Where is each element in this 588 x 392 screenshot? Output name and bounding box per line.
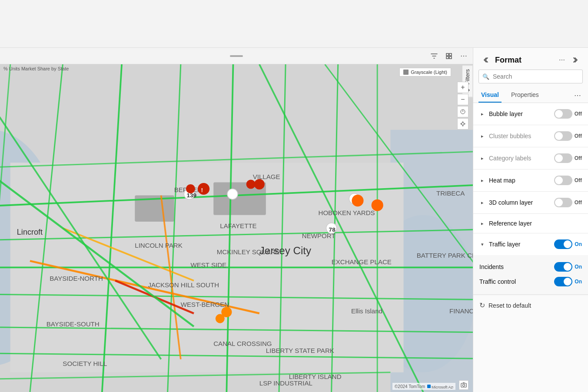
section-heat-map-header[interactable]: ▸ Heat map Off xyxy=(473,169,588,191)
reset-section[interactable]: ↻ Reset to default xyxy=(473,295,588,316)
zoom-controls: + − xyxy=(457,82,468,130)
section-bubble-layer-header[interactable]: ▸ Bubble layer Off xyxy=(473,103,588,125)
incidents-toggle-switch[interactable] xyxy=(554,262,572,272)
incidents-toggle-label: On xyxy=(575,264,582,270)
svg-point-79 xyxy=(352,195,363,206)
svg-text:WEST-BERGEN: WEST-BERGEN xyxy=(181,301,229,308)
section-heat-map-title: Heat map xyxy=(489,177,554,184)
3d-column-toggle-switch[interactable] xyxy=(554,198,572,207)
svg-text:Ellis Island: Ellis Island xyxy=(351,307,382,315)
svg-text:SOCIETY HILL: SOCIETY HILL xyxy=(63,360,107,367)
svg-point-7 xyxy=(462,123,464,125)
svg-point-77 xyxy=(254,179,265,189)
copyright-text: ©2024 TomTom xyxy=(395,384,425,389)
panel-tabs: Visual Properties ⋯ xyxy=(473,88,588,103)
search-input[interactable] xyxy=(478,70,583,83)
svg-point-82 xyxy=(216,314,225,323)
svg-rect-84 xyxy=(427,385,431,388)
tabs-more-icon[interactable]: ⋯ xyxy=(572,90,583,101)
traffic-control-label: Traffic control xyxy=(479,278,554,285)
svg-text:BAYSIDE-SOUTH: BAYSIDE-SOUTH xyxy=(47,320,100,328)
svg-point-80 xyxy=(372,199,383,211)
svg-rect-86 xyxy=(461,383,466,387)
svg-rect-0 xyxy=(446,53,448,56)
category-labels-toggle[interactable]: Off xyxy=(554,153,582,163)
chevron-right-icon-3: ▸ xyxy=(479,156,485,161)
panel-more-icon[interactable]: ⋯ xyxy=(556,54,568,66)
drag-handle[interactable] xyxy=(230,55,243,57)
section-reference-layer: ▸ Reference layer xyxy=(473,214,588,233)
section-3d-column-layer: ▸ 3D column layer Off xyxy=(473,192,588,214)
section-3d-column-layer-header[interactable]: ▸ 3D column layer Off xyxy=(473,192,588,213)
category-labels-toggle-switch[interactable] xyxy=(554,153,572,163)
svg-text:FINANCIAL DISTRICT: FINANCIAL DISTRICT xyxy=(449,307,473,315)
svg-text:WEST SIDE: WEST SIDE xyxy=(190,261,226,269)
section-reference-layer-title: Reference layer xyxy=(489,220,582,227)
heat-map-toggle[interactable]: Off xyxy=(554,176,582,185)
map-toolbar: ⋯ xyxy=(0,48,473,64)
location-button[interactable] xyxy=(457,118,468,130)
reset-icon: ↻ xyxy=(479,301,485,309)
traffic-control-toggle-label: On xyxy=(575,279,582,285)
chevron-right-icon-6: ▸ xyxy=(479,221,485,226)
chevron-right-icon-5: ▸ xyxy=(479,200,485,206)
traffic-control-row: Traffic control On xyxy=(479,274,582,289)
svg-text:BAYSIDE-NORTH: BAYSIDE-NORTH xyxy=(50,275,103,282)
collapse-left-icon[interactable] xyxy=(479,54,492,66)
category-labels-toggle-label: Off xyxy=(575,155,582,161)
zoom-in-button[interactable]: + xyxy=(457,82,468,93)
cluster-bubbles-toggle[interactable]: Off xyxy=(554,131,582,141)
map-visual: Grayscale (Light) + − xyxy=(0,64,473,392)
chevron-right-icon: ▸ xyxy=(479,111,485,117)
section-cluster-bubbles-header[interactable]: ▸ Cluster bubbles Off xyxy=(473,125,588,147)
map-container: ⋯ % Units Market Share by State Filters … xyxy=(0,48,473,392)
search-icon: 🔍 xyxy=(482,73,489,80)
svg-text:VILLAGE: VILLAGE xyxy=(253,173,280,180)
filter-icon[interactable] xyxy=(429,51,439,61)
main-area: ⋯ % Units Market Share by State Filters … xyxy=(0,48,588,392)
svg-text:LSP INDUSTRIAL: LSP INDUSTRIAL xyxy=(259,379,312,387)
bubble-layer-toggle[interactable]: Off xyxy=(554,109,582,119)
camera-icon[interactable] xyxy=(459,380,468,390)
bubble-layer-toggle-switch[interactable] xyxy=(554,109,572,119)
svg-rect-2 xyxy=(446,56,448,59)
traffic-layer-toggle[interactable]: On xyxy=(554,239,582,249)
heat-map-toggle-label: Off xyxy=(575,177,582,183)
section-traffic-layer-title: Traffic layer xyxy=(489,241,554,248)
svg-marker-6 xyxy=(462,110,464,112)
traffic-layer-toggle-switch[interactable] xyxy=(554,239,572,249)
cluster-bubbles-toggle-switch[interactable] xyxy=(554,131,572,141)
panel-nav: Format ⋯ xyxy=(473,48,588,70)
compass-button[interactable] xyxy=(457,106,468,117)
tab-visual[interactable]: Visual xyxy=(478,88,502,103)
expand-icon[interactable] xyxy=(444,51,454,61)
zoom-out-button[interactable]: − xyxy=(457,94,468,105)
section-traffic-layer-header[interactable]: ▾ Traffic layer On xyxy=(473,233,588,255)
svg-text:CANAL CROSSING: CANAL CROSSING xyxy=(213,340,272,347)
svg-point-78 xyxy=(246,179,256,189)
svg-text:JACKSON HILL SOUTH: JACKSON HILL SOUTH xyxy=(148,281,219,289)
expand-right-icon[interactable] xyxy=(570,54,582,66)
more-icon[interactable]: ⋯ xyxy=(459,51,468,61)
right-panel: Format ⋯ 🔍 Visual Properties ⋯ xyxy=(473,48,588,392)
tab-properties[interactable]: Properties xyxy=(508,88,541,103)
traffic-control-toggle[interactable]: On xyxy=(554,277,582,286)
traffic-layer-expanded: Incidents On Traffic control On xyxy=(473,255,588,295)
reset-label: Reset to default xyxy=(488,302,531,309)
svg-text:LIBERTY STATE PARK: LIBERTY STATE PARK xyxy=(266,347,334,354)
svg-rect-3 xyxy=(449,56,452,59)
panel-title: Format xyxy=(492,56,556,65)
3d-column-toggle[interactable]: Off xyxy=(554,198,582,207)
section-category-labels-header[interactable]: ▸ Category labels Off xyxy=(473,147,588,169)
panel-nav-right: ⋯ xyxy=(556,54,582,66)
section-3d-column-layer-title: 3D column layer xyxy=(489,199,554,206)
section-cluster-bubbles-title: Cluster bubbles xyxy=(489,133,554,140)
section-traffic-layer: ▾ Traffic layer On Incidents On xyxy=(473,233,588,295)
traffic-control-toggle-switch[interactable] xyxy=(554,277,572,286)
section-reference-layer-header[interactable]: ▸ Reference layer xyxy=(473,214,588,233)
cluster-bubbles-toggle-label: Off xyxy=(575,133,582,139)
incidents-toggle[interactable]: On xyxy=(554,262,582,272)
3d-column-toggle-label: Off xyxy=(575,199,582,206)
chevron-right-icon-4: ▸ xyxy=(479,178,485,183)
heat-map-toggle-switch[interactable] xyxy=(554,176,572,185)
